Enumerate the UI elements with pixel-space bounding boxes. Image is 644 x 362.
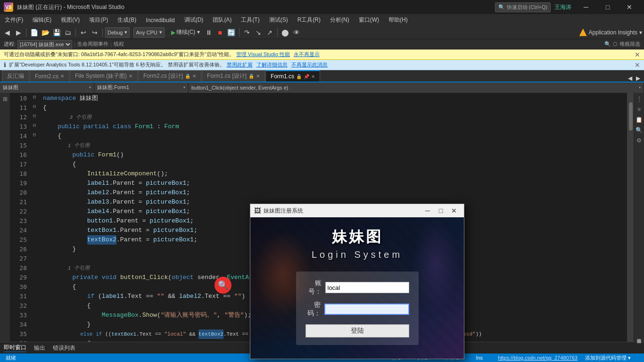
menu-help[interactable]: 帮助(H)	[384, 14, 413, 26]
tab-form1cs-label: Form1.cs	[271, 73, 294, 80]
notif-blue-link3[interactable]: 不再显示此消息	[291, 61, 328, 68]
search-overlay-button[interactable]	[215, 277, 231, 294]
pause-button[interactable]: ⏸	[204, 27, 214, 38]
menu-project[interactable]: 项目(P)	[84, 14, 113, 26]
menu-tools[interactable]: 工具(T)	[236, 14, 264, 26]
menu-analyze[interactable]: 分析(N)	[325, 14, 354, 26]
minimize-button[interactable]: ─	[575, 0, 597, 14]
menu-file[interactable]: 文件(F)	[0, 14, 28, 26]
sidebar-expand-icon[interactable]: ⊞	[1, 95, 9, 103]
notif-blue-close[interactable]: ✕	[635, 61, 640, 69]
login-body: 妹妹图 Login System 账号： 密码： 登陆	[250, 217, 464, 359]
notif-blue-link1[interactable]: 禁用此扩展	[227, 61, 253, 68]
login-button[interactable]: 登陆	[305, 324, 409, 337]
status-mode[interactable]: Ins	[474, 355, 485, 361]
tab-form2cs-label: Form2.cs	[35, 73, 58, 80]
output-tab-immediate[interactable]: 即时窗口	[4, 344, 26, 352]
tab-disassembly[interactable]: 反汇编	[2, 70, 29, 82]
open-button[interactable]: 📂	[40, 27, 50, 38]
class-nav-dropdown[interactable]: 妹妹图.Form1 ▾	[94, 82, 189, 93]
app-insights-toolbar[interactable]: Application Insights ▾	[579, 29, 642, 36]
login-close-button[interactable]: ✕	[448, 206, 460, 215]
scrollbar-thumb[interactable]	[629, 102, 633, 131]
step-out-button[interactable]: ↗	[264, 27, 275, 38]
save-all-button[interactable]: 🗂	[63, 27, 73, 38]
tab-form2cs-design-close[interactable]: ✕	[192, 74, 196, 79]
tab-filesystem[interactable]: File System (妹子图) ✕	[70, 70, 138, 82]
debug-config-dropdown[interactable]: Debug ▾	[105, 27, 130, 38]
sidebar-icon-1[interactable]: ⋮	[635, 95, 644, 103]
tab-form1cs-design-close[interactable]: ✕	[256, 74, 260, 79]
menu-team[interactable]: 团队(A)	[208, 14, 236, 26]
output-tab-errorlist[interactable]: 错误列表	[53, 344, 75, 352]
notif-yellow-link2[interactable]: 永不再显示	[294, 51, 320, 58]
status-vcs[interactable]: 添加到源代码管理 ▾	[583, 354, 633, 362]
chevron-down-icon: ▾	[124, 29, 127, 35]
tab-scroll-right[interactable]: ▶	[634, 75, 642, 82]
close-button[interactable]: ✕	[619, 0, 640, 14]
notif-yellow-close[interactable]: ✕	[635, 51, 640, 58]
step-into-button[interactable]: ↘	[253, 27, 264, 38]
filter-icon: 🔍	[604, 41, 611, 47]
redo-button[interactable]: ↪	[90, 27, 100, 38]
collapse-16[interactable]: ⊟	[33, 112, 36, 121]
sidebar-icon-2[interactable]: ≡	[635, 105, 644, 114]
save-button[interactable]: 💾	[51, 27, 62, 38]
tab-filesystem-label: File System (妹子图)	[75, 72, 127, 80]
toolbar-separator-1	[26, 28, 26, 37]
platform-dropdown[interactable]: Any CPU ▾	[133, 27, 164, 38]
menu-view[interactable]: 视图(V)	[56, 14, 84, 26]
collapse-31[interactable]: ⊟	[33, 131, 36, 140]
tab-form1cs[interactable]: Form1.cs 🔒 📌 ✕	[265, 70, 320, 82]
menu-debug[interactable]: 调试(D)	[180, 14, 208, 26]
tab-form2cs-close[interactable]: ✕	[60, 74, 64, 79]
tab-form1cs-design[interactable]: Form1.cs [设计] 🔒 ✕	[202, 70, 265, 82]
step-over-button[interactable]: ↷	[242, 27, 252, 38]
menu-build[interactable]: 生成(B)	[113, 14, 141, 26]
continue-button[interactable]: ▶ 继续(C) ▾	[168, 28, 203, 36]
password-input[interactable]	[324, 304, 409, 315]
status-ready[interactable]: 就绪	[4, 354, 18, 362]
sidebar-icon-3[interactable]: 📋	[635, 115, 644, 124]
file-nav-dropdown[interactable]: 妹妹图 ▾	[0, 82, 94, 93]
login-minimize-button[interactable]: ─	[421, 206, 434, 215]
tab-scroll-left[interactable]: ◀	[626, 75, 634, 82]
notif-blue-link2[interactable]: 了解详细信息	[256, 61, 288, 68]
process-separator-1: |	[74, 41, 75, 47]
status-blog-link[interactable]: https://blog.csdn.net/qq_27480763	[498, 355, 578, 361]
output-tab-output[interactable]: 输出	[34, 344, 45, 352]
restart-button[interactable]: 🔄	[226, 27, 237, 38]
tab-form1cs-close[interactable]: ✕	[311, 74, 315, 79]
method-nav-dropdown[interactable]: button1_Click(object sender, EventArgs e…	[189, 82, 644, 93]
quick-launch-box[interactable]: 🔍 快速启动 (Ctrl+Q)	[495, 2, 551, 12]
tab-form2cs-design[interactable]: Form2.cs [设计] 🔒 ✕	[138, 70, 201, 82]
tab-form1cs-pin[interactable]: 📌	[304, 74, 309, 79]
watch-button[interactable]: 👁	[291, 27, 302, 38]
sidebar-icon-5[interactable]: ⚙	[635, 136, 644, 145]
back-button[interactable]: ◀	[2, 27, 12, 38]
collapse-10[interactable]: ⊟	[33, 93, 36, 102]
username-input[interactable]	[325, 282, 409, 293]
notif-yellow-link1[interactable]: 管理 Visual Studio 性能	[236, 51, 290, 58]
sidebar-icon-4[interactable]: 🔍	[635, 126, 644, 134]
tab-form2cs[interactable]: Form2.cs ✕	[30, 70, 69, 82]
tab-filesystem-close[interactable]: ✕	[129, 74, 132, 79]
login-restore-button[interactable]: □	[435, 206, 447, 215]
menu-window[interactable]: 窗口(W)	[354, 14, 384, 26]
editor-scrollbar[interactable]	[627, 93, 634, 342]
undo-button[interactable]: ↩	[78, 27, 89, 38]
collapse-29[interactable]: ⊟	[33, 121, 36, 131]
tab-bar-end: ◀ ▶	[626, 75, 644, 82]
menu-incredibuild[interactable]: Incredibuild	[141, 14, 179, 26]
new-file-button[interactable]: 📄	[29, 27, 39, 38]
breakpoints-button[interactable]: ⬤	[280, 27, 290, 38]
stop-button[interactable]: ■	[215, 27, 225, 38]
menu-edit[interactable]: 编辑(E)	[28, 14, 56, 26]
sidebar-icon-bottom[interactable]: 要进到源代码管理	[635, 331, 644, 340]
process-selector[interactable]: [16764] 妹妹图.exe	[17, 40, 72, 49]
forward-button[interactable]: ▶	[13, 27, 24, 38]
restore-button[interactable]: □	[597, 0, 619, 14]
menu-test[interactable]: 测试(S)	[264, 14, 293, 26]
menu-rtools[interactable]: R工具(R)	[293, 14, 325, 26]
collapse-13[interactable]: ⊟	[33, 102, 36, 112]
